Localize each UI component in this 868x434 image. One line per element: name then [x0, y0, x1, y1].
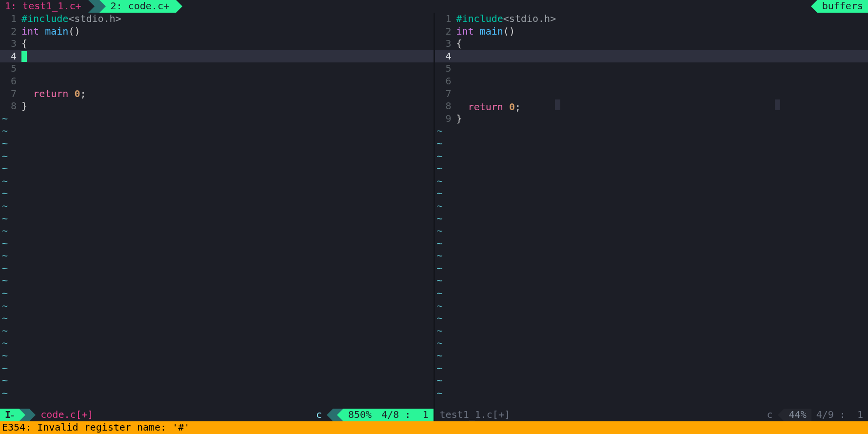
- line-number: 7: [435, 88, 456, 100]
- tilde-icon: ~: [435, 200, 443, 213]
- tilde-icon: ~: [0, 275, 8, 287]
- separator-icon: [337, 409, 343, 421]
- tab-code[interactable]: 2: code.c+: [106, 0, 176, 13]
- tilde-icon: ~: [435, 300, 443, 313]
- tilde-icon: ~: [435, 138, 443, 150]
- empty-line: ~: [0, 200, 434, 213]
- trailing-whitespace: [555, 99, 560, 110]
- empty-line: ~: [0, 287, 434, 300]
- line-number: 8: [435, 100, 456, 113]
- empty-line: ~: [0, 362, 434, 375]
- empty-line: ~: [435, 362, 868, 375]
- tilde-icon: ~: [435, 213, 443, 225]
- tilde-icon: ~: [0, 387, 8, 400]
- line-number: 6: [435, 75, 456, 88]
- code-line[interactable]: 9}: [435, 113, 868, 125]
- tilde-icon: ~: [0, 150, 8, 163]
- code-line[interactable]: 2int main(): [435, 25, 868, 38]
- code-line[interactable]: 3{: [0, 38, 434, 50]
- tilde-icon: ~: [435, 312, 443, 325]
- empty-line: ~: [435, 213, 868, 225]
- line-number: 9: [435, 113, 456, 125]
- empty-line: ~: [435, 138, 868, 150]
- status-filename: code.c[+]: [36, 409, 98, 421]
- error-message: E354: Invalid register name: '#': [2, 421, 190, 434]
- tab-label: 1: test1_1.c+: [5, 0, 81, 13]
- code-content: #include<stdio.h>: [21, 13, 121, 25]
- statusline-left: I… code.c[+] c 850% 4/8 : 1: [0, 409, 434, 421]
- tilde-icon: ~: [435, 175, 443, 188]
- tilde-icon: ~: [435, 125, 443, 138]
- status-filetype: c: [762, 409, 778, 421]
- line-number: 5: [0, 62, 21, 75]
- code-line[interactable]: 7 return 0;: [0, 88, 434, 100]
- separator-icon: [95, 0, 99, 13]
- code-line[interactable]: 1#include<stdio.h>: [0, 13, 434, 25]
- line-number: 1: [0, 13, 21, 25]
- editor-left[interactable]: 1#include<stdio.h>2int main()3{4567 retu…: [0, 13, 434, 409]
- code-line[interactable]: 3{: [435, 38, 868, 50]
- tilde-icon: ~: [0, 213, 8, 225]
- tilde-icon: ~: [435, 162, 443, 175]
- line-number: 5: [435, 62, 456, 75]
- empty-line: ~: [435, 162, 868, 175]
- tilde-icon: ~: [0, 300, 8, 313]
- line-number: 7: [0, 88, 21, 100]
- line-number: 6: [0, 75, 21, 88]
- tilde-icon: ~: [0, 237, 8, 250]
- tilde-icon: ~: [435, 225, 443, 237]
- buffers-label: buffers: [822, 0, 863, 13]
- separator-icon: [811, 0, 817, 13]
- empty-line: ~: [0, 175, 434, 188]
- code-line[interactable]: 6: [435, 75, 868, 88]
- code-content: return 0;: [456, 99, 780, 114]
- empty-line: ~: [0, 387, 434, 400]
- tilde-icon: ~: [435, 337, 443, 350]
- line-number: 2: [435, 25, 456, 38]
- tilde-icon: ~: [435, 250, 443, 262]
- code-line[interactable]: 2int main(): [0, 25, 434, 38]
- code-line[interactable]: 7: [435, 88, 868, 100]
- code-line[interactable]: 4: [0, 50, 434, 63]
- status-position: 4/9 : 1: [811, 409, 868, 421]
- empty-line: ~: [0, 262, 434, 275]
- tilde-icon: ~: [435, 375, 443, 387]
- command-line[interactable]: E354: Invalid register name: '#': [0, 421, 868, 434]
- cursor: [21, 51, 27, 62]
- tilde-icon: ~: [0, 325, 8, 337]
- tilde-icon: ~: [0, 287, 8, 300]
- editor-right[interactable]: 1#include<stdio.h>2int main()3{45678 ret…: [435, 13, 868, 409]
- tab-test1_1[interactable]: 1: test1_1.c+: [0, 0, 88, 13]
- code-content: }: [21, 100, 27, 113]
- tilde-icon: ~: [435, 350, 443, 362]
- empty-line: ~: [435, 150, 868, 163]
- status-filetype: c: [311, 409, 327, 421]
- tilde-icon: ~: [435, 187, 443, 200]
- pane-left: 1#include<stdio.h>2int main()3{4567 retu…: [0, 13, 434, 421]
- tilde-icon: ~: [435, 237, 443, 250]
- code-content: int main(): [21, 25, 80, 38]
- empty-line: ~: [0, 125, 434, 138]
- empty-line: ~: [435, 275, 868, 287]
- code-content: int main(): [456, 25, 515, 38]
- code-line[interactable]: 8 return 0;: [435, 100, 868, 113]
- buffers-badge[interactable]: buffers: [817, 0, 868, 13]
- empty-line: ~: [0, 250, 434, 262]
- empty-line: ~: [435, 225, 868, 237]
- tilde-icon: ~: [0, 337, 8, 350]
- statusline-right: test1_1.c[+] c 44% 4/9 : 1: [435, 409, 868, 421]
- code-line[interactable]: 5: [435, 62, 868, 75]
- empty-line: ~: [0, 225, 434, 237]
- tilde-icon: ~: [0, 113, 8, 125]
- code-line[interactable]: 4: [435, 50, 868, 63]
- empty-line: ~: [0, 237, 434, 250]
- tab-label: 2: code.c+: [111, 0, 169, 13]
- empty-line: ~: [435, 325, 868, 337]
- code-line[interactable]: 1#include<stdio.h>: [435, 13, 868, 25]
- separator-icon: [333, 409, 337, 421]
- code-line[interactable]: 6: [0, 75, 434, 88]
- empty-line: ~: [435, 375, 868, 387]
- code-line[interactable]: 5: [0, 62, 434, 75]
- status-position: 4/8 : 1: [376, 409, 433, 421]
- code-line[interactable]: 8}: [0, 100, 434, 113]
